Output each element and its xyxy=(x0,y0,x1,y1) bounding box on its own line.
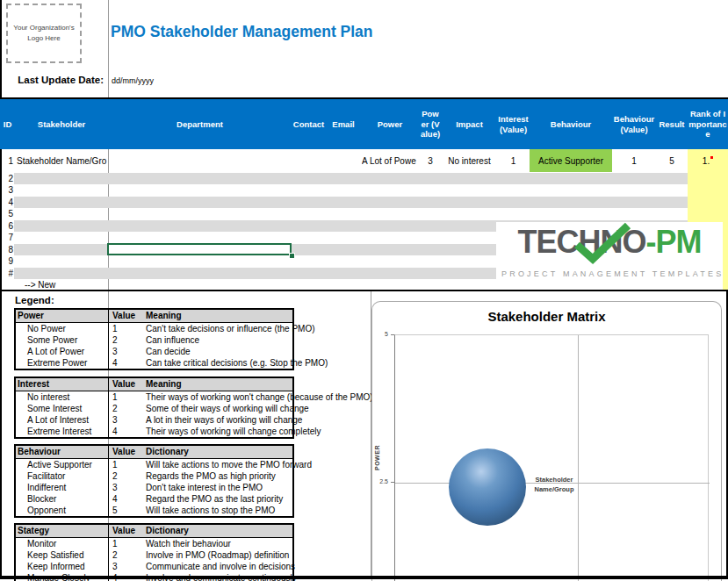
stakeholder-matrix-chart[interactable]: Stakeholder Matrix 5 2.5 POWER Stakehold… xyxy=(371,301,722,581)
legend-header-name[interactable]: Interest xyxy=(16,378,109,391)
legend-cell[interactable]: Some Power xyxy=(16,334,109,346)
legend-cell[interactable]: Opponent xyxy=(16,505,109,516)
column-header-impact[interactable]: Impact xyxy=(442,99,497,149)
column-header-power-value[interactable]: Power (Value) xyxy=(419,99,442,149)
legend-cell[interactable]: Communicate and involve in decisions xyxy=(146,561,295,572)
legend-cell[interactable]: 4 xyxy=(109,357,146,369)
legend-cell[interactable]: Can influence xyxy=(146,334,292,346)
cell-contact[interactable] xyxy=(292,149,326,172)
row-number[interactable]: 9 xyxy=(0,255,13,268)
column-header-department[interactable]: Department xyxy=(108,99,292,149)
row-number[interactable]: 3 xyxy=(0,184,13,197)
legend-cell[interactable]: Their ways of working will change comple… xyxy=(146,426,321,437)
legend-header-meaning[interactable]: Meaning xyxy=(146,378,292,391)
legend-cell[interactable]: 4 xyxy=(109,426,146,437)
legend-cell[interactable]: 1 xyxy=(109,538,146,549)
legend-cell[interactable]: 2 xyxy=(109,470,146,482)
legend-cell[interactable]: 3 xyxy=(109,561,146,572)
column-header-contact[interactable]: Contact xyxy=(292,99,326,149)
last-update-value[interactable]: dd/mm/yyyy xyxy=(112,76,154,85)
legend-header-name[interactable]: Behaviour xyxy=(16,446,109,458)
legend-cell[interactable]: Will take actions to stop the PMO xyxy=(146,505,292,516)
legend-header-meaning[interactable]: Dictionary xyxy=(146,525,292,537)
cell-interest-value[interactable]: 1 xyxy=(497,149,530,172)
legend-cell[interactable]: No interest xyxy=(16,391,109,403)
row-number[interactable]: 4 xyxy=(0,197,13,209)
legend-cell[interactable]: Can't take decisions or influence (the P… xyxy=(146,323,315,334)
legend-cell[interactable]: Watch their behaviour xyxy=(146,538,292,549)
legend-header-value[interactable]: Value xyxy=(109,446,146,458)
cell-department[interactable] xyxy=(108,149,292,172)
org-logo-placeholder[interactable]: Your Organization's Logo Here xyxy=(6,4,82,63)
legend-cell[interactable]: Keep Satisfied xyxy=(16,549,109,561)
legend-cell[interactable]: Don't take interest in the PMO xyxy=(146,482,292,493)
row-number[interactable]: 2 xyxy=(0,173,13,185)
legend-cell[interactable]: 4 xyxy=(109,493,146,505)
legend-cell[interactable]: 1 xyxy=(109,459,146,470)
column-header-result[interactable]: Result xyxy=(656,99,688,149)
cell-email[interactable] xyxy=(326,149,361,172)
legend-cell[interactable]: No Power xyxy=(16,323,109,334)
legend-header-name[interactable]: Stategy xyxy=(16,525,109,537)
cell-id[interactable]: 1 xyxy=(0,149,15,172)
cell-result[interactable]: 5 xyxy=(656,149,688,172)
legend-cell[interactable]: A lot in their ways of working will chan… xyxy=(146,414,302,426)
legend-cell[interactable]: 3 xyxy=(109,346,146,357)
cell-power[interactable]: A Lot of Powe xyxy=(362,149,418,172)
cell-impact[interactable]: No interest xyxy=(442,149,497,172)
legend-cell[interactable]: Can decide xyxy=(146,346,292,357)
column-header-email[interactable]: Email xyxy=(326,99,361,149)
legend-header-value[interactable]: Value xyxy=(109,310,146,322)
row-number[interactable]: 8 xyxy=(0,244,13,256)
column-header-id[interactable]: ID xyxy=(0,99,15,149)
legend-cell[interactable]: Blocker xyxy=(16,493,109,505)
legend-cell[interactable]: 3 xyxy=(109,482,146,493)
legend-cell[interactable]: Keep Informed xyxy=(16,561,109,572)
empty-row[interactable] xyxy=(14,173,688,185)
legend-cell[interactable]: A Lot of Interest xyxy=(16,414,109,426)
legend-cell[interactable]: Active Supporter xyxy=(16,459,109,470)
legend-cell[interactable]: Will take actions to move the PMO forwar… xyxy=(146,459,312,470)
legend-cell[interactable]: 2 xyxy=(109,334,146,346)
legend-cell[interactable]: Can take critical decisions (e.g. Stop t… xyxy=(146,357,328,369)
legend-cell[interactable]: Monitor xyxy=(16,538,109,549)
column-header-behaviour[interactable]: Behaviour xyxy=(530,99,612,149)
legend-cell[interactable]: Some of their ways of working will chang… xyxy=(146,403,309,414)
legend-cell[interactable]: Extreme Interest xyxy=(16,426,109,437)
legend-cell[interactable]: Facilitator xyxy=(16,470,109,482)
cell-behaviour-value[interactable]: 1 xyxy=(612,149,656,172)
empty-row[interactable] xyxy=(14,197,688,209)
legend-header-name[interactable]: Power xyxy=(16,310,109,322)
legend-cell[interactable]: 2 xyxy=(109,403,146,414)
legend-cell[interactable]: Regard the PMO as the last priority xyxy=(146,493,292,505)
row-number[interactable]: 5 xyxy=(0,208,13,220)
legend-cell[interactable]: 1 xyxy=(109,391,146,403)
legend-header-value[interactable]: Value xyxy=(109,378,146,391)
legend-cell[interactable]: 5 xyxy=(109,505,146,516)
cell-behaviour[interactable]: Active Supporter xyxy=(530,149,612,172)
cell-power-value[interactable]: 3 xyxy=(419,149,442,172)
active-cell-selection[interactable] xyxy=(107,243,292,255)
bubble-data-point[interactable] xyxy=(449,448,526,526)
column-header-rank[interactable]: Rank of Importance xyxy=(688,99,728,149)
cell-rank[interactable]: 1. xyxy=(688,149,728,172)
legend-cell[interactable]: Extreme Power xyxy=(16,357,109,369)
row-number[interactable]: 6 xyxy=(0,220,13,233)
legend-cell[interactable]: 1 xyxy=(109,323,146,334)
row-number[interactable]: 7 xyxy=(0,232,13,244)
legend-cell[interactable]: Their ways of working won't change (beca… xyxy=(146,391,373,403)
legend-cell[interactable]: Regards the PMO as high priority xyxy=(146,470,292,482)
legend-header-meaning[interactable]: Meaning xyxy=(146,310,292,322)
legend-header-value[interactable]: Value xyxy=(109,525,146,537)
legend-cell[interactable]: Indifferent xyxy=(16,482,109,493)
column-header-interest-value[interactable]: Interest (Value) xyxy=(497,99,530,149)
legend-header-meaning[interactable]: Dictionary xyxy=(146,446,292,458)
selection-fill-handle[interactable] xyxy=(289,253,295,259)
legend-cell[interactable]: 3 xyxy=(109,414,146,426)
column-header-stakeholder[interactable]: Stakeholder xyxy=(15,99,108,149)
legend-cell[interactable]: Involve in PMO (Roadmap) definition xyxy=(146,549,292,561)
legend-cell[interactable]: A Lot of Power xyxy=(16,346,109,357)
column-header-behaviour-value[interactable]: Behaviour (Value) xyxy=(612,99,656,149)
legend-cell[interactable]: Some Interest xyxy=(16,403,109,414)
column-header-power[interactable]: Power xyxy=(361,99,419,149)
